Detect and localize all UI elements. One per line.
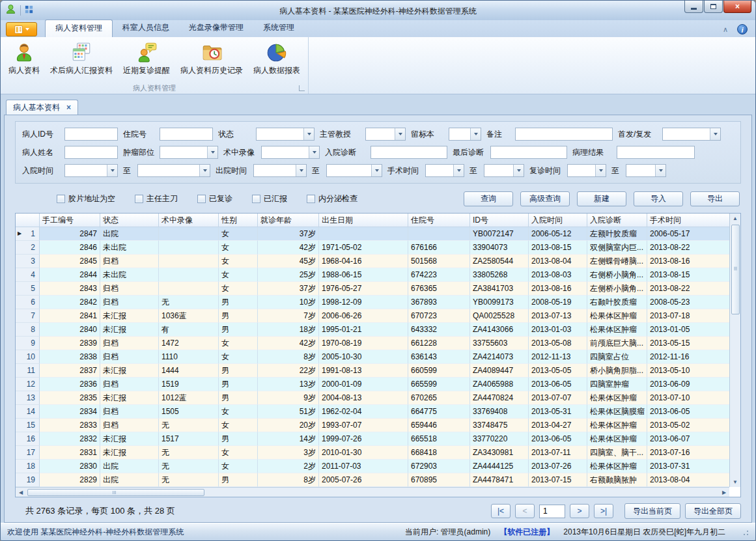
advanced-query-button[interactable]: 高级查询 xyxy=(520,191,570,206)
table-row[interactable]: 52843归档女37岁1976-05-27676365ZA38417032013… xyxy=(16,282,729,296)
admission-diagnosis-input[interactable] xyxy=(371,146,447,159)
info-icon[interactable]: i xyxy=(737,24,748,35)
table-row[interactable]: 192829出院无男8岁2005-07-26670895ZA4478471201… xyxy=(16,473,729,487)
table-row[interactable]: 182830出院无女2岁2011-07-03672903ZA4444125201… xyxy=(16,460,729,473)
column-header-id-no[interactable]: ID号 xyxy=(470,214,529,227)
table-row[interactable]: 92839归档1472女42岁1970-08-19661228337556032… xyxy=(16,337,729,350)
registered-status[interactable]: 【软件已注册】 xyxy=(499,527,554,538)
table-row[interactable]: 112837未汇报1444男22岁1991-08-13660599ZA40894… xyxy=(16,364,729,378)
tab-patient-basic-data[interactable]: 病人基本资料 × xyxy=(6,100,78,115)
surgery-date-from-select[interactable] xyxy=(425,164,464,177)
scroll-up-icon[interactable]: ▲ xyxy=(730,214,740,223)
ribbon-tab-2[interactable]: 科室人员信息 xyxy=(113,20,179,37)
export-all-pages-button[interactable]: 导出全部页 xyxy=(685,503,741,519)
final-diagnosis-input[interactable] xyxy=(490,146,567,159)
export-button[interactable]: 导出 xyxy=(690,191,740,206)
table-row[interactable]: 22846未出院女42岁1971-05-02676166339040732013… xyxy=(16,241,729,255)
chief-professor-select[interactable] xyxy=(365,128,406,141)
horizontal-scrollbar[interactable]: ◀ ▶ xyxy=(16,487,729,497)
column-header-intraop-video[interactable]: 术中录像 xyxy=(159,214,219,227)
ribbon-tab-3[interactable]: 光盘录像带管理 xyxy=(179,20,253,37)
table-row[interactable]: 132835未汇报1012蓝男9岁2004-08-13670265ZA44708… xyxy=(16,391,729,405)
table-row[interactable]: 72841未汇报1036蓝男7岁2006-06-26670723QA002552… xyxy=(16,309,729,323)
status-select[interactable] xyxy=(256,128,315,141)
horizontal-scrollbar-thumb[interactable] xyxy=(27,489,204,496)
scroll-down-icon[interactable]: ▼ xyxy=(730,477,740,487)
remark-input[interactable] xyxy=(515,128,613,141)
ribbon-button-patient-history[interactable]: 病人资料历史记录 xyxy=(175,39,248,82)
next-page-button[interactable]: > xyxy=(570,504,589,518)
table-row[interactable]: 142834归档1505女51岁1962-02-0466477533769408… xyxy=(16,405,729,419)
chevron-down-icon[interactable] xyxy=(309,146,319,158)
query-button[interactable]: 查询 xyxy=(464,191,513,206)
table-row[interactable]: 172831未汇报无女3岁2010-01-30668418ZA343098120… xyxy=(16,446,729,460)
patient-id-input[interactable] xyxy=(64,128,118,141)
discharge-date-to-select[interactable] xyxy=(326,164,382,177)
film-address-empty-checkbox[interactable] xyxy=(57,195,65,203)
revisit-date-to-select[interactable] xyxy=(626,164,666,177)
column-header-admission-diagnosis[interactable]: 入院诊断 xyxy=(587,214,647,227)
quick-access-icon[interactable] xyxy=(24,5,34,16)
resize-grip[interactable] xyxy=(741,528,749,536)
column-header-gender[interactable]: 性别 xyxy=(219,214,258,227)
ribbon-button-revisit-reminder[interactable]: 近期复诊提醒 xyxy=(118,39,175,82)
chevron-down-icon[interactable] xyxy=(207,146,217,158)
chevron-down-icon[interactable] xyxy=(595,165,606,176)
column-header-surgery-date[interactable]: 手术时间 xyxy=(647,214,732,227)
ribbon-tab-1[interactable]: 病人资料管理 xyxy=(45,20,113,37)
vertical-scrollbar-thumb[interactable] xyxy=(731,225,740,314)
tab-close-icon[interactable]: × xyxy=(66,104,71,111)
chevron-down-icon[interactable] xyxy=(655,165,665,176)
chief-operated-checkbox[interactable] xyxy=(135,195,143,203)
collapse-ribbon-icon[interactable]: ∧ xyxy=(723,25,728,34)
column-header-admission-date[interactable]: 入院时间 xyxy=(529,214,587,227)
ribbon-button-patient-report[interactable]: 病人数据报表 xyxy=(248,39,305,82)
table-row[interactable]: 152833归档无女20岁1993-07-0765944633748475201… xyxy=(16,419,729,432)
revisited-checkbox[interactable] xyxy=(197,195,206,203)
chevron-down-icon[interactable] xyxy=(296,165,306,176)
chevron-down-icon[interactable] xyxy=(303,128,314,140)
scroll-left-icon[interactable]: ◀ xyxy=(16,488,26,497)
first-or-relapse-select[interactable] xyxy=(662,128,721,141)
endocrine-check-checkbox[interactable] xyxy=(307,195,315,203)
column-header-birth-date[interactable]: 出生日期 xyxy=(319,214,408,227)
application-menu-button[interactable] xyxy=(6,22,37,36)
chevron-down-icon[interactable] xyxy=(470,128,481,140)
chevron-down-icon[interactable] xyxy=(371,165,382,176)
tumor-site-select[interactable] xyxy=(160,146,218,159)
admission-no-input[interactable] xyxy=(160,128,213,141)
close-button[interactable]: × xyxy=(723,1,751,13)
ribbon-button-patient-data[interactable]: 病人资料 xyxy=(3,39,45,82)
chevron-down-icon[interactable] xyxy=(199,165,210,176)
table-row[interactable]: 62842归档无男10岁1998-12-09367893YB0099173200… xyxy=(16,296,729,309)
app-icon[interactable] xyxy=(5,3,17,18)
intraop-video-select[interactable] xyxy=(261,146,320,159)
ribbon-tab-4[interactable]: 系统管理 xyxy=(253,20,304,37)
scroll-right-icon[interactable]: ▶ xyxy=(719,488,729,497)
reported-checkbox[interactable] xyxy=(252,195,260,203)
table-row[interactable]: 82840未汇报有男18岁1995-01-21643332ZA414306620… xyxy=(16,323,729,337)
vertical-scrollbar[interactable]: ▲ ▼ xyxy=(729,214,740,487)
maximize-button[interactable] xyxy=(704,1,723,13)
ribbon-button-postop-report-data[interactable]: 术后病人汇报资料 xyxy=(45,39,118,82)
table-row[interactable]: 42844未出院女25岁1988-06-15674223338052682013… xyxy=(16,268,729,282)
last-page-button[interactable]: >| xyxy=(594,504,613,518)
patient-name-input[interactable] xyxy=(64,146,118,159)
page-input[interactable] xyxy=(539,505,565,518)
specimen-kept-select[interactable] xyxy=(449,128,481,141)
column-header-manual-no[interactable]: 手工编号 xyxy=(40,214,100,227)
chevron-down-icon[interactable] xyxy=(710,128,720,140)
table-row[interactable]: 1▶2847出院女37岁YB00721472006-05-12左额叶胶质瘤200… xyxy=(16,227,729,241)
chevron-down-icon[interactable] xyxy=(395,128,405,140)
chevron-down-icon[interactable] xyxy=(513,165,524,176)
table-row[interactable]: 32845归档女45岁1968-04-16501568ZA25805442013… xyxy=(16,255,729,268)
table-row[interactable]: 102838归档1110女8岁2005-10-30636143ZA4214073… xyxy=(16,350,729,364)
pathology-result-input[interactable] xyxy=(617,146,695,159)
table-row[interactable]: 162832未汇报1517男14岁1999-07-266655183377022… xyxy=(16,432,729,446)
admission-date-from-select[interactable] xyxy=(64,164,118,177)
column-header-admission-no[interactable]: 住院号 xyxy=(408,214,470,227)
column-header-visit-age[interactable]: 就诊年龄 xyxy=(258,214,319,227)
revisit-date-from-select[interactable] xyxy=(567,164,606,177)
first-page-button[interactable]: |< xyxy=(491,504,511,518)
discharge-date-from-select[interactable] xyxy=(253,164,307,177)
